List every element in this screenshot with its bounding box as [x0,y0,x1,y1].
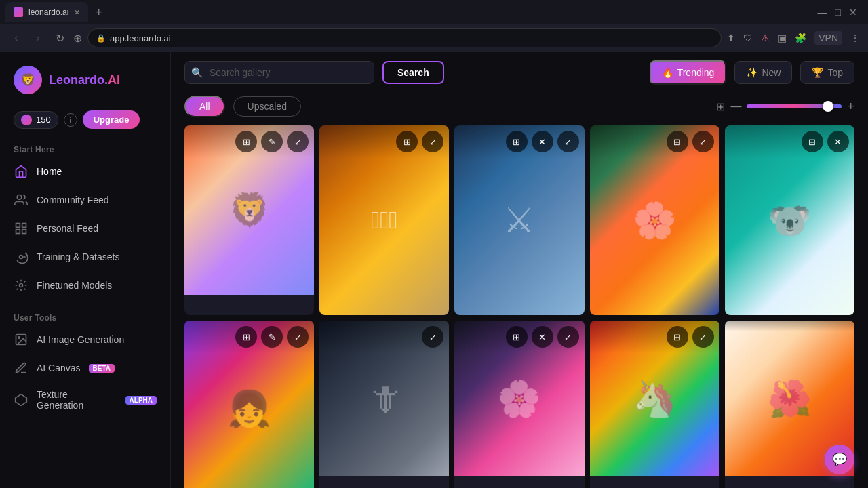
image-decoration: 🌸 [633,200,677,241]
personal-feed-label: Personal Feed [37,223,98,234]
maximize-icon[interactable]: □ [835,7,841,18]
upscaled-filter-pill[interactable]: Upscaled [233,96,301,117]
browser-tab[interactable]: leonardo.ai ✕ [5,2,88,22]
overlay-expand-btn[interactable]: ⤢ [692,326,714,348]
personal-feed-icon [14,221,28,236]
warning-icon[interactable]: ⚠ [761,33,770,43]
overlay-expand-btn[interactable]: ⤢ [422,326,443,348]
overlay-remix-btn[interactable]: ⊞ [667,131,688,152]
gallery-item[interactable]: 🌸 ⊞ ⤢ [590,125,719,315]
search-input[interactable] [184,61,374,84]
credits-info-icon[interactable]: i [64,113,77,127]
grid-view-icon[interactable]: ⊞ [716,100,725,113]
overlay-edit-btn[interactable]: ✕ [827,131,849,152]
overlay-edit-btn[interactable]: ✎ [261,131,283,152]
search-button[interactable]: Search [382,61,444,84]
overlay-remix-btn[interactable]: ⊞ [235,326,257,348]
top-button[interactable]: 🏆 Top [800,61,854,84]
new-tab-icon[interactable]: + [91,5,106,20]
overlay-expand-btn[interactable]: ⤢ [557,326,579,348]
new-label: New [762,67,781,78]
credits-amount: 150 [36,115,51,125]
overlay-expand-btn[interactable]: ⤢ [692,131,714,152]
gallery-overlay [725,321,854,331]
logo-avatar: 🦁 [14,66,42,94]
gallery-item[interactable]: ⚔ ⊞ ✕ ⤢ [454,125,584,315]
topbar: 🔍 Search 🔥 Trending ✨ New 🏆 Top [171,52,868,93]
overlay-expand-btn[interactable]: ⤢ [287,131,309,152]
ai-image-icon [14,332,28,347]
overlay-edit-btn[interactable]: ✎ [261,326,283,348]
image-decoration: 👧 [227,388,271,430]
gallery-item[interactable]: 👧 ⊞ ✎ ⤢ [184,321,314,488]
upgrade-button[interactable]: Upgrade [83,110,140,129]
sidebar-item-ai-image[interactable]: AI Image Generation [8,325,162,354]
image-decoration: 🦄 [633,378,677,420]
nav-refresh-icon[interactable]: ↻ [52,32,68,45]
overlay-expand-btn[interactable]: ⤢ [422,131,443,152]
alpha-badge: ALPHA [125,396,157,405]
trending-button[interactable]: 🔥 Trending [650,60,727,85]
gallery-item[interactable]: 🗡 ⤢ [319,321,449,488]
grid-size-slider[interactable] [747,104,842,108]
minimize-icon[interactable]: — [818,7,827,18]
overlay-remix-btn[interactable]: ⊞ [235,131,257,152]
sidebar-item-texture[interactable]: Texture Generation ALPHA [8,382,162,418]
all-filter-pill[interactable]: All [184,96,225,117]
url-text: app.leonardo.ai [110,33,171,43]
overlay-remix-btn[interactable]: ⊞ [506,131,528,152]
community-feed-icon [14,192,28,207]
overlay-remix-btn[interactable]: ⊞ [506,326,528,348]
grid-minus-icon[interactable]: — [730,100,741,113]
slider-thumb [823,101,833,112]
nav-back-icon[interactable]: ‹ [8,32,24,44]
gallery-overlay: ⊞ ⤢ [590,125,719,158]
training-label: Training & Datasets [37,251,119,262]
nav-forward-icon[interactable]: › [30,32,46,44]
sidebar-item-home[interactable]: Home [8,157,162,186]
tab-close-icon[interactable]: ✕ [74,8,80,17]
gallery-item[interactable]: 🦁 ⊞ ✎ ⤢ [184,125,314,315]
chat-icon: 💬 [832,452,847,467]
sidebar-item-personal-feed[interactable]: Personal Feed [8,214,162,243]
overlay-expand-btn[interactable]: ⤢ [287,326,309,348]
gallery-item[interactable]: 🌸 ⊞ ✕ ⤢ [454,321,584,488]
trending-icon: 🔥 [662,67,673,78]
gallery-item[interactable]: 🐨 ⊞ ✕ [725,125,854,315]
sidebar-item-finetuned[interactable]: Finetuned Models [8,271,162,300]
extensions-icon[interactable]: 🧩 [795,33,806,43]
credits-icon [21,115,32,125]
browser-toolbar: ⬆ 🛡 ⚠ ▣ 🧩 VPN ⋮ [727,31,860,45]
topbar-right: 🔥 Trending ✨ New 🏆 Top [650,60,854,85]
home-icon [14,164,28,179]
image-decoration: 🐨 [768,200,812,241]
shield-icon[interactable]: 🛡 [743,33,753,43]
grid-plus-icon[interactable]: + [847,100,854,114]
menu-icon[interactable]: ⋮ [850,33,860,43]
share-icon[interactable]: ⬆ [727,33,735,43]
overlay-remix-btn[interactable]: ⊞ [667,326,688,348]
gallery-item[interactable]: 𓂀𓋴𓈖 ⊞ ⤢ [319,125,449,315]
start-here-label: Start Here [8,140,162,157]
overlay-expand-btn[interactable]: ⤢ [557,131,579,152]
address-bar[interactable]: 🔒 app.leonardo.ai [87,28,722,47]
sidebar-item-training[interactable]: Training & Datasets [8,243,162,271]
lock-icon: 🔒 [96,34,106,43]
svg-point-0 [17,195,22,200]
sidebar-item-community-feed[interactable]: Community Feed [8,186,162,214]
overlay-remix-btn[interactable]: ⊞ [396,131,418,152]
new-button[interactable]: ✨ New [734,61,792,84]
beta-badge: BETA [89,364,115,373]
chat-bubble[interactable]: 💬 [825,445,854,474]
overlay-remix-btn[interactable]: ⊞ [802,131,823,152]
bookmark-icon[interactable]: ⊕ [73,32,82,45]
svg-point-6 [20,284,23,287]
gallery-item[interactable]: 🦄 ⊞ ⤢ [590,321,719,488]
overlay-edit-btn[interactable]: ✕ [532,131,553,152]
close-window-icon[interactable]: ✕ [849,7,857,18]
sidebar-item-ai-canvas[interactable]: AI Canvas BETA [8,354,162,382]
ai-image-label: AI Image Generation [37,334,124,345]
sidebar-toggle-icon[interactable]: ▣ [778,33,787,43]
overlay-edit-btn[interactable]: ✕ [532,326,553,348]
search-container: 🔍 [184,61,374,84]
